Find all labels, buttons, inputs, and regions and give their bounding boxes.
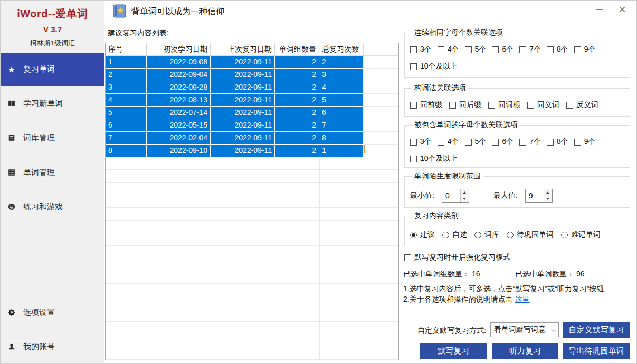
sidebar-item-learn-new-words[interactable]: 学习新单词: [1, 96, 104, 111]
checkbox-consecutive-4[interactable]: 4个: [438, 45, 459, 54]
vocab-name: 柯林斯1级词汇: [1, 39, 104, 48]
max-value-label: 最大值:: [493, 191, 518, 200]
cell-filler: [364, 94, 398, 107]
radio-library[interactable]: 词库: [474, 230, 499, 240]
instruction-line-1: 1.选中复习内容后，可多选，点击“默写复习”或“听力复习”按钮: [403, 284, 604, 294]
cell-groups: 2: [275, 107, 319, 119]
radio-suggested[interactable]: 建议: [410, 230, 435, 240]
minimize-button[interactable]: [591, 2, 607, 17]
checkbox-contained-10plus[interactable]: 10个及以上: [410, 154, 458, 164]
checkbox-antonym[interactable]: 反义词: [566, 100, 598, 110]
cell-first-date: 2022-09-10: [147, 145, 211, 157]
radio-hard-to-remember[interactable]: 难记单词: [561, 230, 601, 240]
app-version: V 3.7: [1, 25, 104, 34]
max-value-spinner[interactable]: 9: [525, 189, 553, 203]
dictation-review-button[interactable]: 默写复习: [420, 343, 487, 359]
checkbox-same-root[interactable]: 同词根: [488, 100, 520, 110]
checkbox-contained-3[interactable]: 3个: [410, 137, 432, 147]
export-consolidate-words-button[interactable]: 导出待巩固单词: [563, 343, 630, 359]
checkbox-icon: [519, 46, 526, 53]
checkbox-contained-7[interactable]: 7个: [519, 137, 541, 147]
help-link[interactable]: 这里: [515, 295, 530, 303]
cell-groups: 2: [275, 94, 319, 107]
checkbox-icon: [547, 46, 554, 53]
min-value-spinner[interactable]: 0: [442, 189, 469, 203]
sidebar: iWord--爱单词 V 3.7 柯林斯1级词汇 复习单词 学习新单词 词库管理: [1, 1, 104, 364]
checkbox-icon: [488, 102, 495, 109]
close-button[interactable]: ×: [614, 1, 630, 18]
table-row[interactable]: 6 2022-05-15 2022-09-11 2 7: [106, 119, 398, 132]
cell-reviews: 5: [319, 94, 364, 107]
radio-icon: [474, 232, 481, 238]
table-row[interactable]: 5 2022-07-14 2022-09-11 2 6: [106, 107, 398, 119]
selected-groups-label: 已选中单词组数量：: [403, 270, 470, 278]
custom-dictation-review-button[interactable]: 自定义默写复习: [563, 322, 630, 338]
sidebar-item-my-account[interactable]: 我的账号: [1, 339, 104, 354]
cell-first-date: 2022-09-08: [147, 56, 211, 69]
table-row[interactable]: 4 2022-08-13 2022-09-11 2 5: [106, 94, 398, 107]
sidebar-item-review-words[interactable]: 复习单词: [1, 53, 104, 86]
radio-to-consolidate[interactable]: 待巩固单词: [507, 230, 554, 240]
listening-review-button[interactable]: 听力复习: [492, 343, 558, 359]
cell-first-date: 2022-09-04: [147, 69, 211, 81]
checkbox-consecutive-10plus[interactable]: 10个及以上: [410, 62, 458, 71]
checkbox-contained-5[interactable]: 5个: [465, 137, 487, 147]
sidebar-item-options[interactable]: 选项设置: [1, 305, 104, 320]
checkbox-consecutive-5[interactable]: 5个: [465, 45, 487, 54]
sidebar-item-library-management[interactable]: 词库管理: [1, 130, 104, 145]
checkbox-icon: [519, 139, 526, 146]
cell-seq: 2: [106, 69, 147, 81]
selected-words-label: 已选中单词数量：: [515, 270, 574, 278]
cell-first-date: 2022-05-15: [147, 119, 211, 132]
checkbox-consecutive-9[interactable]: 9个: [574, 45, 596, 54]
radio-self-selected[interactable]: 自选: [442, 230, 467, 240]
cell-seq: 3: [106, 81, 147, 94]
table-row[interactable]: 3 2022-08-28 2022-09-11 2 4: [106, 81, 398, 94]
checkbox-icon: [547, 139, 554, 146]
checkbox-intensive-mode[interactable]: 默写复习时开启强化复习模式: [404, 253, 510, 262]
selected-words-value: 96: [576, 270, 585, 278]
cell-reviews: 7: [319, 119, 364, 132]
selected-groups-value: 16: [472, 270, 480, 278]
cell-last-date: 2022-09-11: [211, 56, 275, 69]
library-icon: [8, 134, 15, 141]
cell-filler: [364, 56, 398, 69]
col-header-seq[interactable]: 序号: [106, 43, 147, 56]
checkbox-same-prefix[interactable]: 同前缀: [410, 100, 442, 110]
checkbox-contained-6[interactable]: 6个: [492, 137, 514, 147]
checkbox-icon: [410, 46, 417, 53]
cell-seq: 5: [106, 107, 147, 119]
col-header-review-count[interactable]: 总复习次数: [319, 43, 364, 56]
checkbox-contained-9[interactable]: 9个: [574, 137, 596, 147]
open-book-icon: [8, 100, 15, 107]
checkbox-consecutive-3[interactable]: 3个: [410, 45, 432, 54]
checkbox-synonym[interactable]: 同义词: [527, 100, 559, 110]
spin-down-icon[interactable]: [544, 196, 552, 203]
spin-down-icon[interactable]: [461, 196, 469, 203]
col-header-group-count[interactable]: 单词组数量: [275, 43, 319, 56]
col-header-last-review-date[interactable]: 上次复习日期: [211, 43, 275, 56]
checkbox-icon: [410, 156, 417, 162]
table-row[interactable]: 1 2022-09-08 2022-09-11 2 2: [106, 56, 398, 69]
checkbox-consecutive-6[interactable]: 6个: [492, 45, 514, 54]
table-row[interactable]: 8 2022-09-10 2022-09-11 2 1: [106, 145, 398, 157]
checkbox-contained-4[interactable]: 4个: [438, 137, 459, 147]
minimize-icon: [596, 9, 603, 10]
spin-up-icon[interactable]: [461, 189, 469, 196]
table-row[interactable]: 7 2022-02-04 2022-09-11 2 8: [106, 132, 398, 145]
sidebar-item-practice-games[interactable]: 练习和游戏: [1, 199, 104, 214]
checkbox-contained-8[interactable]: 8个: [547, 137, 568, 147]
custom-mode-dropdown[interactable]: 看单词默写词意: [490, 322, 559, 337]
app-title: iWord--爱单词: [1, 7, 104, 21]
radio-icon: [561, 232, 568, 238]
checkbox-icon: [465, 46, 472, 53]
sidebar-item-word-management[interactable]: 单词管理: [1, 165, 104, 180]
checkbox-consecutive-7[interactable]: 7个: [519, 45, 541, 54]
table-row[interactable]: 2 2022-09-04 2022-09-11 2 3: [106, 69, 398, 81]
col-header-first-learn-date[interactable]: 初次学习日期: [147, 43, 211, 56]
checkbox-consecutive-8[interactable]: 8个: [547, 45, 568, 54]
cell-seq: 8: [106, 145, 147, 157]
spin-up-icon[interactable]: [544, 189, 552, 196]
cell-reviews: 6: [319, 107, 364, 119]
checkbox-same-suffix[interactable]: 同后缀: [449, 100, 481, 110]
